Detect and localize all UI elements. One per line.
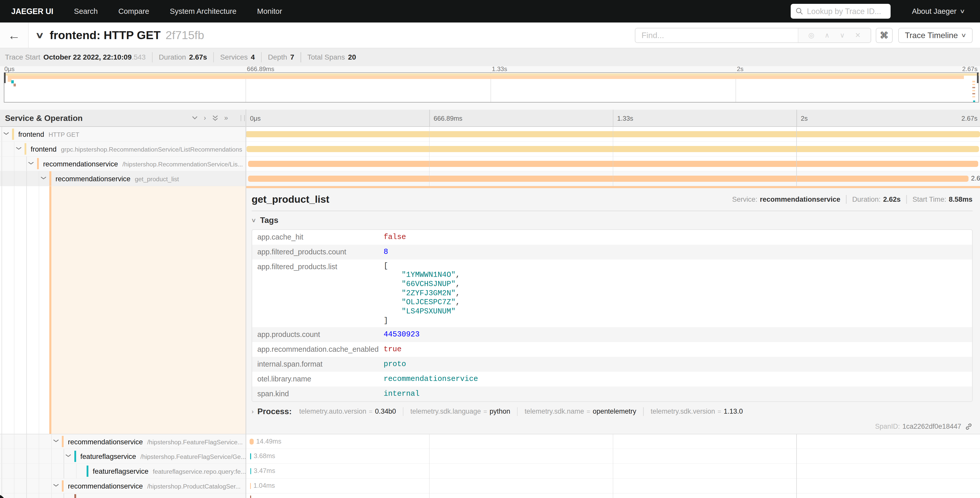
process-section-toggle[interactable]: ›Process:telemetry.auto.version=0.34b0te… [251, 407, 973, 416]
span-row-5[interactable]: 3.68msfeatureflagservice/hipstershop.Fea… [0, 449, 980, 464]
collapse-all-icon[interactable] [212, 114, 219, 122]
tag-row-app.cache_hit[interactable]: app.cache_hitfalse [252, 230, 972, 245]
search-icon [795, 7, 803, 15]
minimap-left-scrubber[interactable] [4, 73, 6, 83]
span-row-6[interactable]: 3.47msfeatureflagservicefeatureflagservi… [0, 464, 980, 479]
span-toggle-icon[interactable] [52, 438, 60, 444]
back-arrow-icon: ← [8, 28, 21, 42]
span-operation-name: featureflagservice.repo.query:fe... [153, 468, 245, 475]
span-row-3[interactable]: 2.62srecommendationserviceget_product_li… [0, 171, 980, 186]
timeline-tick-label: 2.67s [961, 110, 977, 128]
span-name-cell[interactable]: recommendationservice/hipstershop.Produc… [0, 479, 245, 493]
span-service-name: recommendationservice [56, 171, 130, 186]
span-row-4[interactable]: 14.49msrecommendationservice/hipstershop… [0, 434, 980, 449]
find-group: Find... ◎ ∧ ∨ ✕ [635, 28, 872, 43]
find-input[interactable]: Find... [635, 29, 798, 42]
about-jaeger-menu[interactable]: About Jaeger ∨ [912, 7, 964, 16]
span-color-strip [74, 494, 76, 498]
minimap-right-scrubber[interactable] [977, 73, 978, 83]
minimap-span-bar [8, 79, 11, 82]
span-detail-card: get_product_list Service:recommendations… [245, 186, 980, 434]
span-operation-name: /hipstershop.ProductCatalogSer... [147, 483, 241, 490]
tag-row-internal.span.format[interactable]: internal.span.formatproto [252, 357, 972, 372]
tag-key: app.recommendation.cache_enabled [252, 342, 384, 357]
span-row-8[interactable] [0, 493, 980, 498]
expand-one-icon[interactable]: › [204, 114, 206, 122]
trace-minimap[interactable]: 0μs666.89ms1.33s2s2.67s [0, 66, 980, 110]
span-color-strip [62, 480, 64, 492]
tag-row-app.filtered_products.count[interactable]: app.filtered_products.count8 [252, 245, 972, 260]
span-name-cell[interactable]: recommendationserviceget_product_list [0, 171, 245, 186]
span-duration-bar[interactable] [250, 453, 251, 460]
prev-result-icon[interactable]: ∧ [824, 31, 829, 39]
app-logo[interactable]: JAEGER UI [11, 7, 53, 16]
column-resizer[interactable] [241, 115, 245, 121]
span-name-cell[interactable]: frontendHTTP GET [0, 127, 245, 141]
focus-icon[interactable]: ◎ [808, 31, 814, 39]
span-toggle-icon[interactable] [27, 160, 35, 166]
trace-depth: Depth7 [268, 53, 294, 61]
copy-link-icon[interactable] [965, 423, 972, 430]
span-duration-bar[interactable] [248, 176, 969, 182]
tag-value: recommendationservice [383, 372, 478, 386]
span-duration-label: 1.04ms [253, 479, 275, 493]
tag-key: span.kind [252, 386, 384, 401]
next-result-icon[interactable]: ∨ [840, 31, 845, 39]
span-operation-name: /hipstershop.FeatureFlagService... [147, 439, 243, 446]
span-operation-name: grpc.hipstershop.RecommendationService/L… [61, 146, 242, 153]
span-operation-name: HTTP GET [49, 131, 79, 138]
span-row-2[interactable]: recommendationservice/hipstershop.Recomm… [0, 156, 980, 171]
span-toggle-icon[interactable] [64, 453, 72, 459]
minimap-span-bar [6, 73, 979, 76]
span-name-cell[interactable]: featureflagservice/hipstershop.FeatureFl… [0, 449, 245, 463]
trace-id-short: 2f715fb [165, 29, 204, 42]
tag-row-otel.library.name[interactable]: otel.library.namerecommendationservice [252, 372, 972, 386]
trace-lookup-input[interactable]: Lookup by Trace ID... [791, 4, 891, 19]
nav-item-compare[interactable]: Compare [118, 7, 149, 16]
span-toggle-icon[interactable] [15, 145, 23, 152]
span-name-cell[interactable]: frontendgrpc.hipstershop.RecommendationS… [0, 142, 245, 156]
trace-title-bar: ← ∨ frontend: HTTP GET2f715fb Find... ◎ … [0, 22, 980, 48]
span-name-cell[interactable]: recommendationservice/hipstershop.Recomm… [0, 156, 245, 171]
span-toggle-icon[interactable] [52, 482, 60, 488]
span-duration-bar[interactable] [250, 483, 251, 489]
nav-item-search[interactable]: Search [74, 7, 98, 16]
span-row-1[interactable]: frontendgrpc.hipstershop.RecommendationS… [0, 142, 980, 156]
tag-row-span.kind[interactable]: span.kindinternal [252, 386, 972, 401]
expand-all-icon[interactable]: » [224, 114, 228, 122]
tag-row-app.products.count[interactable]: app.products.count44530923 [252, 327, 972, 342]
span-name-cell[interactable] [0, 493, 245, 498]
span-duration-bar[interactable] [250, 439, 254, 445]
keyboard-shortcuts-button[interactable]: ⌘ [876, 28, 892, 43]
nav-item-monitor[interactable]: Monitor [257, 7, 282, 16]
span-toggle-icon[interactable] [40, 175, 48, 181]
nav-item-system-architecture[interactable]: System Architecture [170, 7, 237, 16]
command-icon: ⌘ [880, 30, 888, 40]
tags-section-toggle[interactable]: ∨Tags [251, 215, 973, 225]
trace-total-spans: Total Spans20 [307, 53, 356, 61]
collapse-one-icon[interactable] [191, 115, 198, 121]
about-jaeger-label: About Jaeger [912, 7, 956, 16]
span-duration-label: 3.68ms [254, 449, 275, 463]
span-row-0[interactable]: frontendHTTP GET [0, 127, 980, 142]
chevron-down-icon: ∨ [251, 217, 256, 224]
timeline-tick-label: 0μs [250, 110, 261, 128]
span-duration-bar[interactable] [250, 495, 251, 498]
span-name-cell[interactable]: recommendationservice/hipstershop.Featur… [0, 434, 245, 449]
span-toggle-icon[interactable] [2, 131, 10, 137]
view-selector-button[interactable]: Trace Timeline ∨ [898, 28, 973, 43]
span-name-cell[interactable]: featureflagservicefeatureflagservice.rep… [0, 464, 245, 478]
span-operation-name: /hipstershop.RecommendationService/Lis..… [123, 161, 243, 168]
tag-value: 8 [383, 245, 388, 260]
span-row-7[interactable]: 1.04msrecommendationservice/hipstershop.… [0, 479, 980, 493]
tag-row-app.filtered_products.list[interactable]: app.filtered_products.list[ "1YMWWN1N4O"… [252, 260, 972, 327]
column-divider[interactable] [245, 109, 246, 498]
clear-search-icon[interactable]: ✕ [855, 31, 861, 39]
tag-row-app.recommendation.cache_enabled[interactable]: app.recommendation.cache_enabledtrue [252, 342, 972, 357]
tag-value: 44530923 [383, 327, 420, 342]
top-nav: JAEGER UI SearchCompareSystem Architectu… [0, 0, 980, 22]
span-duration-bar[interactable] [250, 468, 251, 474]
minimap-canvas[interactable] [4, 72, 979, 102]
trace-collapse-icon[interactable]: ∨ [35, 30, 45, 40]
back-button[interactable]: ← [0, 22, 29, 48]
